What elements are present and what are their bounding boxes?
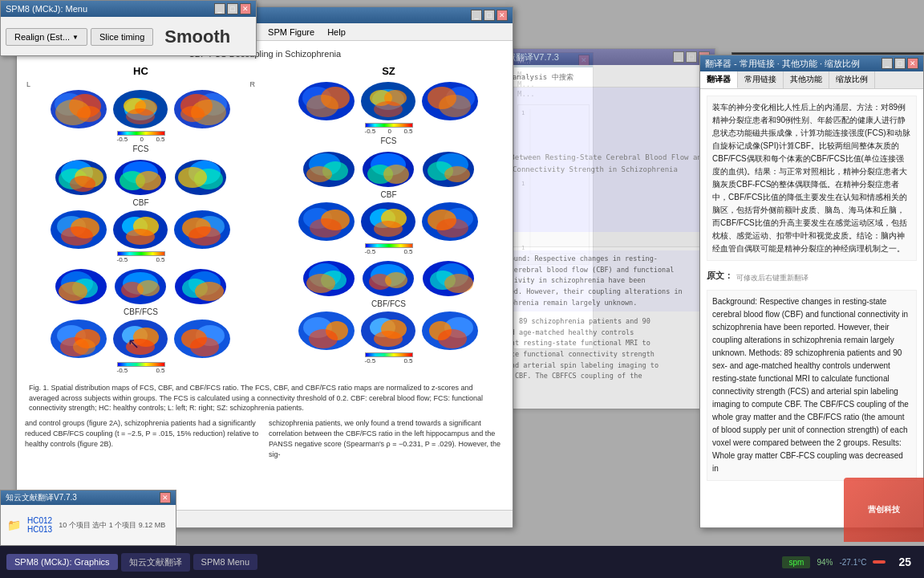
slice-timing-button[interactable]: Slice timing (91, 28, 153, 46)
graphics-close-button[interactable]: ✕ (496, 10, 508, 21)
fm-close-button[interactable]: ✕ (160, 492, 171, 503)
hc-fcs-side-right (172, 155, 233, 197)
figure-caption: Fig. 1. Spatial distribution maps of FCS… (25, 383, 505, 413)
svg-point-60 (126, 339, 155, 355)
trans-tabs: 翻译器 常用链接 其他功能 缩放比例 (700, 71, 923, 89)
hc-cbffcs-brain-left (49, 318, 109, 360)
svg-point-56 (73, 339, 95, 355)
taskbar-right: spm 94% -27.1°C 25 (782, 556, 918, 568)
original-label-row: 原文： 可修改后右键重新翻译 (707, 269, 917, 287)
sz-cbf-brains (273, 201, 505, 242)
svg-point-9 (126, 108, 155, 124)
trans-tab-2[interactable]: 其他功能 (784, 71, 829, 88)
fm-item-2[interactable]: HC013 (27, 525, 52, 534)
svg-point-73 (374, 101, 403, 117)
sz-fcs-label: FCS (273, 136, 505, 145)
realign-button[interactable]: Realign (Est... ▼ (6, 28, 87, 46)
svg-text:Connectivity Strength in Schiz: Connectivity Strength in Schizophrenia (513, 165, 678, 173)
window-controls: _ □ ✕ (214, 3, 251, 14)
svg-point-93 (310, 218, 342, 238)
text-right: schizophrenia patients, we only found a … (269, 419, 500, 458)
original-section: 原文： 可修改后右键重新翻译 Background: Respective ch… (707, 269, 917, 481)
fm-content: 📁 HC012 HC013 10 个项目 选中 1 个项目 9.12 MB (1, 505, 176, 545)
svg-point-27 (178, 167, 207, 188)
figure-area: HC L R (25, 65, 505, 375)
fm-titlebar: 知云文献翻译V7.7.3 ✕ (1, 490, 176, 505)
graphics-window-controls: _ □ ✕ (471, 10, 508, 21)
sz-fcs-side-mid (359, 147, 419, 189)
trans-tab-3[interactable]: 缩放比例 (829, 71, 875, 88)
hc-cbffcs-brains: ↖ (25, 318, 257, 361)
sz-fcs-side-left (297, 147, 357, 189)
taskbar-number: 25 (892, 556, 918, 568)
svg-text:Reduced Coupling Between Resti: Reduced Coupling Between Resting-State C… (483, 153, 707, 161)
trans-window-controls: _ □ ✕ (881, 58, 918, 69)
spm-toolbar: Realign (Est... ▼ Slice timing Smooth (1, 17, 256, 57)
watermark: 营创科技 (844, 478, 924, 542)
sz-cbffcs-brains (273, 310, 505, 352)
trans-tab-0[interactable]: 翻译器 (700, 71, 738, 88)
hc-fcs-side-brains (25, 155, 257, 197)
text-left: and control groups (figure 2A), schizoph… (25, 419, 258, 448)
background-text: Background: Respective changes in restin… (707, 290, 917, 481)
hc-cbf-side-left (49, 264, 109, 306)
sz-column: SZ (273, 65, 505, 375)
spm-menu-titlebar: SPM8 (MCkJ): Menu _ □ ✕ (1, 1, 256, 17)
hc-fcs-label: FCS (25, 144, 257, 153)
svg-point-31 (61, 226, 93, 246)
svg-point-81 (306, 166, 332, 182)
trans-minimize-button[interactable]: _ (881, 58, 893, 69)
sz-cbf-brain-top (359, 201, 419, 242)
hc-cbf-label: CBF (25, 198, 257, 207)
edit-hint: 可修改后右键重新翻译 (736, 272, 808, 283)
colorbar-pos: 0.5 (156, 136, 164, 143)
svg-point-117 (309, 329, 338, 348)
svg-point-113 (444, 274, 473, 293)
svg-point-101 (436, 218, 468, 238)
svg-point-47 (137, 280, 160, 296)
sz-cbffcs-brain-right (420, 310, 480, 352)
doc-abstract: Background: Respective changes in restin… (482, 250, 708, 311)
svg-point-105 (306, 274, 335, 293)
sz-cbffcs-brain-top (359, 310, 419, 352)
menu-spm-figure[interactable]: SPM Figure (268, 27, 314, 37)
maximize-button[interactable]: □ (227, 3, 238, 14)
close-button[interactable]: ✕ (240, 3, 251, 14)
taskbar-item-spm-menu[interactable]: SPM8 Menu (193, 554, 258, 570)
taskbar-spm-label: spm (782, 556, 810, 568)
abstract-text: 装车的神分变化相比人性后上的内涌层。方法：对89例精神分裂症患者和90例性别、年… (707, 96, 917, 261)
sz-cbf-side-mid (359, 256, 419, 298)
trans-tab-1[interactable]: 常用链接 (738, 71, 784, 88)
doc-maximize-button[interactable]: □ (686, 51, 697, 63)
svg-point-35 (126, 229, 155, 245)
trans-close-button[interactable]: ✕ (907, 58, 918, 69)
sz-fcs-brain-left (297, 80, 357, 122)
hc-cbffcs-colorbar: -0.5 0.5 (25, 362, 257, 374)
hc-cbffcs-brain-right (172, 318, 233, 360)
hc-cbf-brains (25, 209, 257, 250)
graphics-maximize-button[interactable]: □ (484, 10, 495, 21)
smooth-label: Smooth (156, 26, 238, 47)
trans-maximize-button[interactable]: □ (894, 58, 906, 69)
taskbar: SPM8 (MCkJ): Graphics 知云文献翻译 SPM8 Menu s… (0, 546, 924, 578)
cbf-colorbar-pos: 0.5 (156, 256, 164, 263)
fm-item-1[interactable]: HC012 (27, 516, 52, 525)
sz-cbf-label: CBF (273, 190, 505, 199)
translation-content: 装车的神分变化相比人性后上的内涌层。方法：对89例精神分裂症患者和90例性别、年… (700, 89, 923, 497)
sz-fcs-brain-right (420, 80, 480, 122)
svg-point-97 (374, 221, 403, 237)
sz-cbffcs-colorbar: -0.5 0.5 (273, 352, 505, 364)
svg-point-64 (190, 337, 219, 356)
taskbar-corner (873, 560, 886, 564)
sz-cbf-side-right (420, 256, 480, 298)
doc-minimize-button[interactable]: _ (673, 51, 684, 63)
svg-point-125 (438, 329, 467, 348)
taskbar-item-zhiyun[interactable]: 知云文献翻译 (121, 553, 190, 572)
minimize-button[interactable]: _ (214, 3, 225, 14)
graphics-minimize-button[interactable]: _ (471, 10, 482, 21)
hc-fcs-colorbar: -0.5 0 0.5 (25, 131, 257, 143)
menu-help[interactable]: Help (327, 27, 346, 37)
hc-cbffcs-brain-mid-container: ↖ (111, 318, 171, 361)
taskbar-item-spm[interactable]: SPM8 (MCkJ): Graphics (6, 554, 118, 570)
two-col-text: and control groups (figure 2A), schizoph… (25, 418, 505, 460)
